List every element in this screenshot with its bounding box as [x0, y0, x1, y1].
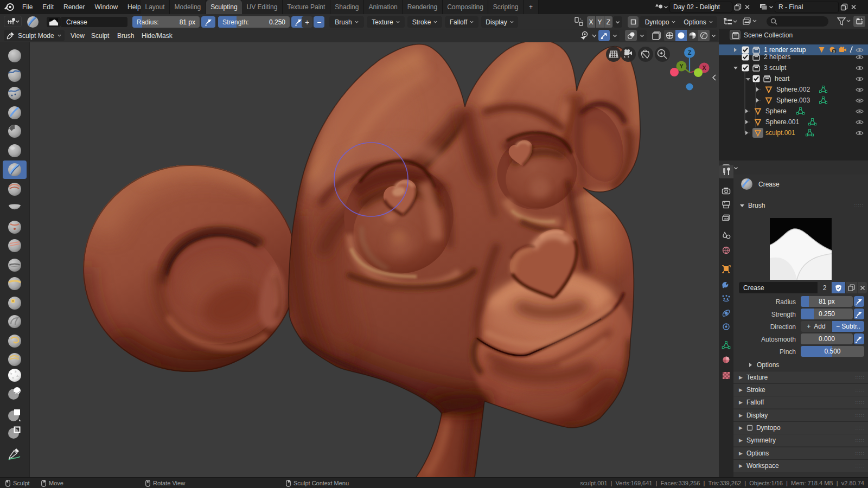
svg-text:Y: Y	[679, 63, 683, 69]
svg-text:Z: Z	[688, 49, 692, 56]
svg-text:X: X	[702, 65, 706, 71]
